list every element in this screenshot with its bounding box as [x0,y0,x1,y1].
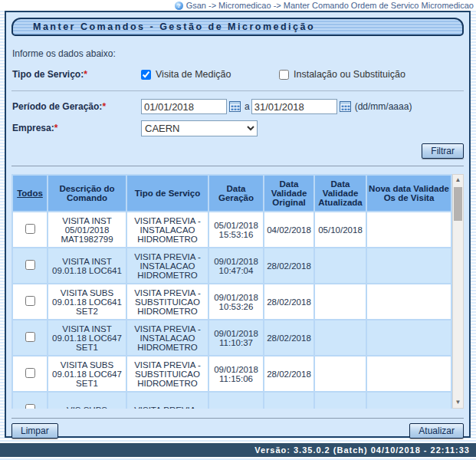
row-select-cell [13,284,47,319]
cell-nova-data [367,248,451,283]
cell-validade-original: 04/02/2018 [264,212,314,247]
cell-nova-data [367,320,451,355]
main-panel: Manter Comandos - Gestão de Micromedição… [5,11,471,438]
cell-descricao: VISITA INST 09.01.18 LOC641 [48,248,126,283]
calendar-icon[interactable] [340,101,351,112]
commands-table-area: TodosDescrição do ComandoTipo de Serviço… [11,174,464,409]
periodo-end-input[interactable] [251,99,337,114]
cell-data-geracao: 09/01/2018 11:10:37 [209,320,263,355]
cell-nova-data [367,212,451,247]
table-scrollbar[interactable]: ▲ ▼ [452,174,464,409]
column-header-0[interactable]: Todos [13,176,47,211]
cell-nova-data [367,284,451,319]
scrollbar-up-arrow[interactable]: ▲ [453,175,463,186]
row-select-cell [13,248,47,283]
visita-medicao-label: Visita de Medição [156,69,231,80]
empresa-select[interactable]: CAERN [141,120,258,136]
divider [11,166,464,166]
intro-text: Informe os dados abaixo: [12,48,463,59]
cell-tipo-servico: VISITA PREVIA - INSTALACAO HIDROMETRO [127,320,208,355]
cell-validade-atualizada [315,320,366,355]
cell-validade-original: 28/02/2018 [264,284,314,319]
table-row: VISITA INST 05/01/2018 MAT1982799VISITA … [13,212,451,247]
required-asterisk: * [54,123,58,133]
column-header-2: Tipo de Serviço [127,176,208,211]
cell-tipo-servico: VISITA PREVIA - SUBSTITUICAO HIDROMETRO [127,284,208,319]
table-row: VISITA INST 09.01.18 LOC647 SET1VISITA P… [13,320,451,355]
filtrar-row: Filtrar [11,143,464,159]
cell-descricao: VISITA INST 05/01/2018 MAT1982799 [48,212,126,247]
atualizar-button[interactable]: Atualizar [409,423,464,439]
cell-descricao: VISITA INST 09.01.18 LOC647 SET1 [48,320,126,355]
row-select-cell [13,212,47,247]
breadcrumb-trail[interactable]: Gsan -> Micromedicao -> Manter Comando O… [186,1,474,10]
version-text: Versão: 3.35.0.2 (Batch) 04/10/2018 - 22… [254,445,470,455]
commands-table: TodosDescrição do ComandoTipo de Serviço… [11,174,452,409]
cell-descricao: VISITA SUBS 09.01.18 LOC647 SET1 [48,356,126,391]
cell-tipo-servico: VISITA PREVIA - INSTALACAO HIDROMETRO [127,212,208,247]
table-header-row: TodosDescrição do ComandoTipo de Serviço… [13,176,451,211]
column-header-5: Data Validade Atualizada [315,176,366,211]
cell-data-geracao: 05/01/2018 15:53:16 [209,212,263,247]
row-checkbox[interactable] [25,260,35,270]
instalacao-substituicao-checkbox[interactable] [279,70,289,80]
tipo-servico-row: Tipo de Serviço:* Visita de Medição Inst… [12,65,463,84]
periodo-row: Período de Geração:* a (dd/mm/aaaa) [12,97,463,116]
table-row: VIS SUBSVISITA PREVIA - [13,393,451,409]
column-header-3: Data Geração [209,176,263,211]
cell-validade-original [264,393,314,409]
periodo-between-label: a [245,101,250,112]
cell-data-geracao: 09/01/2018 10:53:26 [209,284,263,319]
page-title: Manter Comandos - Gestão de Micromedição [11,18,464,36]
version-footer: Versão: 3.35.0.2 (Batch) 04/10/2018 - 22… [0,443,476,457]
row-select-cell [13,393,47,409]
cell-validade-atualizada [315,284,366,319]
cell-validade-original: 28/02/2018 [264,356,314,391]
cell-nova-data [367,356,451,391]
empresa-label: Empresa:* [12,123,141,133]
cell-descricao: VISITA SUBS 09.01.18 LOC641 SET2 [48,284,126,319]
cell-tipo-servico: VISITA PREVIA - INSTALACAO HIDROMETRO [127,248,208,283]
divider [11,418,464,419]
cell-validade-atualizada [315,393,366,409]
row-checkbox[interactable] [25,368,35,378]
page-title-label: Manter Comandos - Gestão de Micromedição [33,21,315,32]
actions-row: Limpar Atualizar [11,423,464,439]
row-checkbox[interactable] [25,296,35,306]
periodo-start-input[interactable] [141,99,227,114]
required-asterisk: * [84,69,87,80]
cell-descricao: VIS SUBS [48,393,126,409]
table-row: VISITA INST 09.01.18 LOC641VISITA PREVIA… [13,248,451,283]
row-checkbox[interactable] [25,332,35,342]
table-row: VISITA SUBS 09.01.18 LOC647 SET1VISITA P… [13,356,451,391]
empresa-row: Empresa:* CAERN [12,119,463,137]
cell-validade-atualizada [315,356,366,391]
scrollbar-thumb[interactable] [454,187,462,221]
breadcrumb: ? Gsan -> Micromedicao -> Manter Comando… [0,0,476,11]
tipo-servico-label: Tipo de Serviço:* [12,69,141,80]
row-checkbox[interactable] [25,224,35,234]
commands-table-viewport: TodosDescrição do ComandoTipo de Serviço… [11,174,452,409]
cell-validade-original: 28/02/2018 [264,320,314,355]
column-header-1: Descrição do Comando [48,176,126,211]
cell-nova-data [367,393,451,409]
row-checkbox[interactable] [25,404,35,409]
visita-medicao-checkbox[interactable] [141,70,151,80]
row-select-cell [13,356,47,391]
calendar-icon[interactable] [229,101,241,112]
cell-validade-atualizada: 05/10/2018 [315,212,366,247]
filtrar-button[interactable]: Filtrar [422,143,464,159]
scrollbar-down-arrow[interactable]: ▼ [453,397,463,408]
table-row: VISITA SUBS 09.01.18 LOC641 SET2VISITA P… [13,284,451,319]
instalacao-substituicao-option[interactable]: Instalação ou Substituição [279,69,405,80]
required-asterisk: * [102,101,106,112]
limpar-button[interactable]: Limpar [11,423,58,439]
cell-tipo-servico: VISITA PREVIA - SUBSTITUICAO HIDROMETRO [127,356,208,391]
visita-medicao-option[interactable]: Visita de Medição [141,69,279,80]
row-select-cell [13,320,47,355]
help-icon[interactable]: ? [175,2,183,10]
periodo-label: Período de Geração:* [12,101,141,112]
cell-validade-atualizada [315,248,366,283]
cell-data-geracao: 09/01/2018 10:47:04 [209,248,263,283]
column-header-6: Nova data Validade Os de Visita [367,176,451,211]
